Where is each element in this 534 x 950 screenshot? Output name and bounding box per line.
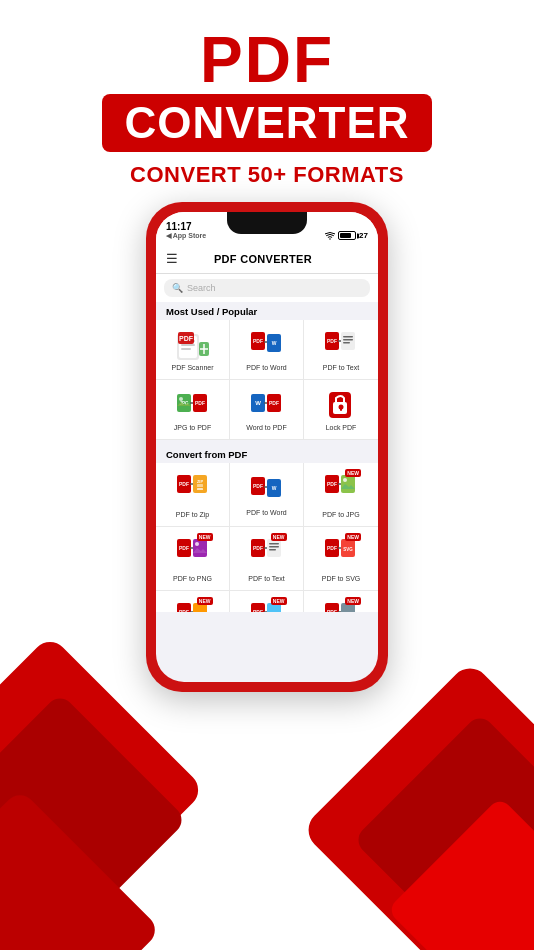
icon-label: PDF Scanner [171, 364, 213, 371]
svg-text:PDF: PDF [327, 481, 337, 487]
svg-rect-55 [193, 539, 207, 557]
pdf-to-text-icon: PDF [323, 328, 359, 364]
list-item[interactable]: PDF PDF to Text [304, 320, 378, 380]
svg-point-52 [343, 478, 347, 482]
pdf-to-word-icon: PDF W [249, 328, 285, 364]
svg-point-30 [179, 397, 183, 401]
svg-point-56 [195, 542, 199, 546]
icon-label: PDF to PNG [173, 575, 212, 582]
new-badge: NEW [271, 533, 287, 541]
lock-pdf-icon [323, 388, 359, 424]
svg-text:PDF: PDF [253, 545, 263, 551]
svg-text:W: W [271, 340, 276, 346]
icon-label: PDF to SVG [322, 575, 361, 582]
icon-label: PDF to JPG [322, 511, 359, 518]
svg-rect-10 [181, 348, 191, 350]
svg-rect-22 [341, 332, 355, 350]
list-item[interactable]: W PDF Word to PDF [230, 380, 304, 440]
svg-rect-23 [343, 336, 353, 338]
new-badge: NEW [345, 469, 361, 477]
icon-label: PDF to Word [246, 364, 286, 371]
subtitle-highlight: 50+ [248, 162, 287, 187]
new-badge: NEW [271, 597, 287, 605]
list-item[interactable]: NEW PDF PDF to PNG [156, 527, 230, 591]
menu-icon[interactable]: ☰ [166, 251, 178, 266]
pdf-to-word2-icon: PDF W [249, 473, 285, 509]
jpg-to-pdf-icon: JPG PDF [175, 388, 211, 424]
pdf-to-zip-icon: PDF ZIP [175, 471, 211, 507]
section-1-title: Most Used / Popular [156, 302, 378, 320]
new-badge: NEW [345, 533, 361, 541]
icon-label: PDF to Zip [176, 511, 209, 518]
svg-text:PDF: PDF [179, 609, 189, 612]
svg-rect-51 [341, 475, 355, 493]
icon-label: PDF to Text [323, 364, 359, 371]
svg-rect-43 [197, 484, 203, 487]
svg-text:PDF: PDF [195, 400, 205, 406]
svg-rect-24 [343, 339, 353, 341]
icon-label: JPG to PDF [174, 424, 211, 431]
list-item[interactable]: Lock PDF [304, 380, 378, 440]
svg-text:PDF: PDF [179, 335, 194, 342]
app-navbar: ☰ PDF CONVERTER [156, 244, 378, 274]
list-item[interactable]: NEW PDF SVG PDF to SVG [304, 527, 378, 591]
popular-grid: PDF PDF Scanner PDF W [156, 320, 378, 440]
list-item[interactable]: NEW PDF PDF to JPG [304, 463, 378, 527]
svg-text:PDF: PDF [327, 545, 337, 551]
list-item[interactable]: NEW PDF TIF PDF to TIF [156, 591, 230, 612]
svg-text:PDF: PDF [327, 338, 337, 344]
subtitle-prefix: CONVERT [130, 162, 248, 187]
search-input[interactable]: 🔍 Search [164, 279, 370, 297]
svg-rect-59 [267, 539, 281, 557]
svg-rect-9 [181, 344, 195, 346]
svg-text:TIF: TIF [197, 611, 204, 612]
convert-from-pdf-grid: PDF ZIP PDF to Zip [156, 463, 378, 612]
search-bar: 🔍 Search [156, 274, 378, 302]
search-placeholder-text: Search [187, 283, 216, 293]
svg-text:W: W [271, 485, 276, 491]
svg-rect-38 [340, 408, 342, 411]
svg-text:PDF: PDF [327, 609, 337, 612]
word-to-pdf-icon: W PDF [249, 388, 285, 424]
search-icon: 🔍 [172, 283, 183, 293]
svg-text:PDF: PDF [253, 483, 263, 489]
list-item[interactable]: NEW PDF BMP PDF to BMP [230, 591, 304, 612]
svg-text:PDF: PDF [253, 338, 263, 344]
svg-rect-61 [269, 546, 279, 548]
svg-text:PDF: PDF [269, 400, 279, 406]
list-item[interactable]: PDF W PDF to Word [230, 463, 304, 527]
list-item[interactable]: PDF W PDF to Word [230, 320, 304, 380]
svg-text:ZIP: ZIP [196, 479, 203, 484]
pdf-title: PDF [0, 28, 534, 92]
section-2-title: Convert from PDF [156, 445, 378, 463]
phone-frame: 11:17 ◀ App Store 27 [146, 202, 388, 692]
subtitle: CONVERT 50+ FORMATS [0, 162, 534, 188]
converter-badge: CONVERTER [102, 94, 431, 152]
svg-rect-25 [343, 342, 350, 344]
battery-level: 27 [359, 231, 368, 240]
status-store: ◀ App Store [166, 232, 206, 240]
svg-text:BMP: BMP [269, 611, 278, 612]
battery-icon [338, 231, 356, 240]
new-badge: NEW [345, 597, 361, 605]
svg-text:SVG: SVG [343, 547, 353, 552]
list-item[interactable]: JPG PDF JPG to PDF [156, 380, 230, 440]
svg-text:WAV: WAV [344, 611, 353, 612]
svg-rect-60 [269, 543, 279, 545]
icon-label: PDF to Word [246, 509, 286, 516]
icon-label: Lock PDF [326, 424, 357, 431]
svg-rect-62 [269, 549, 276, 551]
list-item[interactable]: NEW PDF PDF to Text [230, 527, 304, 591]
pdf-scanner-icon: PDF [175, 328, 211, 364]
wifi-icon [325, 232, 335, 240]
list-item[interactable]: PDF PDF Scanner [156, 320, 230, 380]
list-item[interactable]: PDF ZIP PDF to Zip [156, 463, 230, 527]
list-item[interactable]: NEW PDF WAV PDF to WAV [304, 591, 378, 612]
svg-text:PDF: PDF [179, 545, 189, 551]
status-time: 11:17 [166, 221, 206, 232]
subtitle-suffix: FORMATS [287, 162, 404, 187]
phone-notch [227, 212, 307, 234]
svg-text:PDF: PDF [253, 609, 263, 612]
app-content: Most Used / Popular PDF [156, 302, 378, 612]
svg-rect-44 [197, 488, 203, 490]
